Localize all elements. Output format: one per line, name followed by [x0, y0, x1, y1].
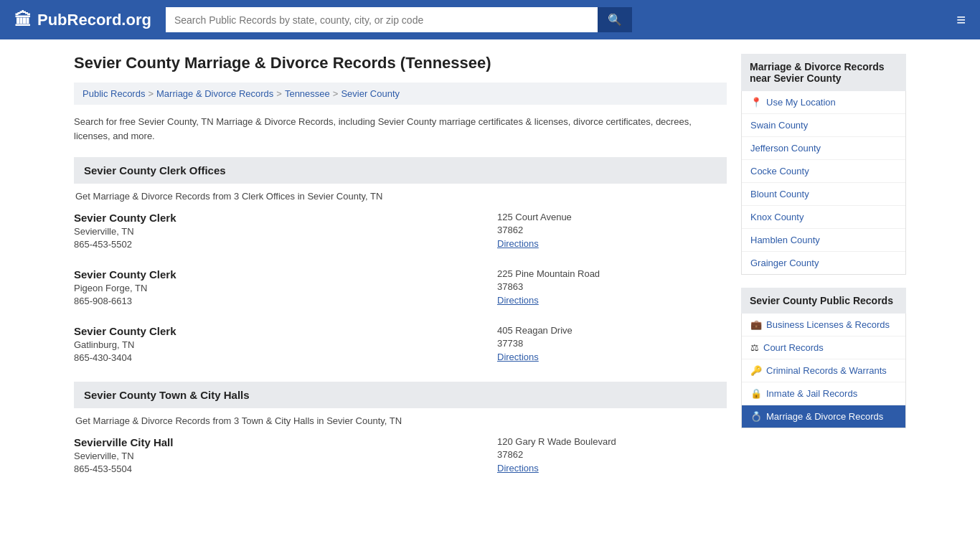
office-name-1: Sevier County Clerk — [74, 212, 497, 224]
site-logo[interactable]: 🏛 PubRecord.org — [14, 10, 151, 30]
page-description: Search for free Sevier County, TN Marria… — [74, 115, 727, 143]
office-right-1: 125 Court Avenue 37862 Directions — [497, 212, 727, 250]
office-left-1: Sevier County Clerk Sevierville, TN 865-… — [74, 212, 497, 250]
table-row: Sevier County Clerk Pigeon Forge, TN 865… — [74, 268, 727, 309]
sidebar-item-grainger[interactable]: Grainger County — [742, 252, 905, 274]
office-phone-3: 865-430-3404 — [74, 352, 497, 363]
breadcrumb-sep-3: > — [333, 88, 339, 99]
directions-link-1[interactable]: Directions — [497, 238, 539, 249]
office-zip-2: 37863 — [497, 281, 727, 292]
table-row: Sevierville City Hall Sevierville, TN 86… — [74, 436, 727, 477]
sidebar-item-inmate-records[interactable]: 🔒 Inmate & Jail Records — [742, 382, 905, 405]
sidebar-item-blount[interactable]: Blount County — [742, 183, 905, 206]
sidebar-item-label: Use My Location — [766, 97, 836, 108]
location-icon: 📍 — [750, 97, 762, 108]
content-area: Sevier County Marriage & Divorce Records… — [74, 54, 727, 493]
menu-icon[interactable]: ≡ — [956, 11, 966, 29]
office-right-3: 405 Reagan Drive 37738 Directions — [497, 325, 727, 363]
court-icon: ⚖ — [750, 342, 759, 353]
sidebar-item-jefferson[interactable]: Jefferson County — [742, 137, 905, 160]
city-hall-left-1: Sevierville City Hall Sevierville, TN 86… — [74, 436, 497, 474]
sidebar-public-records-header: Sevier County Public Records — [741, 288, 906, 314]
main-container: Sevier County Marriage & Divorce Records… — [60, 39, 920, 507]
sidebar-item-use-location[interactable]: 📍 Use My Location — [742, 91, 905, 114]
office-right-2: 225 Pine Mountain Road 37863 Directions — [497, 268, 727, 306]
site-header: 🏛 PubRecord.org 🔍 ≡ — [0, 0, 980, 39]
hamblen-county-link[interactable]: Hamblen County — [750, 235, 820, 245]
office-city-1: Sevierville, TN — [74, 226, 497, 237]
logo-icon: 🏛 — [14, 10, 32, 30]
page-title: Sevier County Marriage & Divorce Records… — [74, 54, 727, 72]
office-city-2: Pigeon Forge, TN — [74, 283, 497, 293]
office-name-2: Sevier County Clerk — [74, 268, 497, 281]
marriage-icon: 💍 — [750, 411, 762, 422]
grainger-county-link[interactable]: Grainger County — [750, 258, 819, 268]
criminal-icon: 🔑 — [750, 365, 762, 376]
search-button[interactable]: 🔍 — [598, 7, 632, 32]
inmate-records-link[interactable]: Inmate & Jail Records — [766, 388, 857, 399]
table-row: Sevier County Clerk Sevierville, TN 865-… — [74, 212, 727, 253]
breadcrumb-sep-1: > — [148, 88, 154, 99]
jail-icon: 🔒 — [750, 388, 762, 399]
office-zip-3: 37738 — [497, 338, 727, 349]
city-hall-address-1: 120 Gary R Wade Boulevard — [497, 436, 727, 447]
table-row: Sevier County Clerk Gatlinburg, TN 865-4… — [74, 325, 727, 366]
office-phone-1: 865-453-5502 — [74, 239, 497, 250]
swain-county-link[interactable]: Swain County — [750, 120, 808, 131]
city-hall-phone-1: 865-453-5504 — [74, 463, 497, 474]
office-left-3: Sevier County Clerk Gatlinburg, TN 865-4… — [74, 325, 497, 363]
office-address-3: 405 Reagan Drive — [497, 325, 727, 336]
breadcrumb-link-public-records[interactable]: Public Records — [83, 88, 145, 99]
sidebar-item-business-licenses[interactable]: 💼 Business Licenses & Records — [742, 314, 905, 336]
breadcrumb-link-tennessee[interactable]: Tennessee — [285, 88, 330, 99]
directions-link-2[interactable]: Directions — [497, 295, 539, 306]
search-input[interactable] — [166, 7, 598, 32]
criminal-records-link[interactable]: Criminal Records & Warrants — [766, 365, 887, 376]
office-name-3: Sevier County Clerk — [74, 325, 497, 337]
breadcrumb-link-sevier-county[interactable]: Sevier County — [341, 88, 400, 99]
office-left-2: Sevier County Clerk Pigeon Forge, TN 865… — [74, 268, 497, 306]
directions-link-3[interactable]: Directions — [497, 352, 539, 362]
city-hall-name-1: Sevierville City Hall — [74, 436, 497, 448]
office-zip-1: 37862 — [497, 225, 727, 235]
office-city-3: Gatlinburg, TN — [74, 339, 497, 350]
sidebar-nearby-header: Marriage & Divorce Records near Sevier C… — [741, 54, 906, 91]
sidebar-public-records-list: 💼 Business Licenses & Records ⚖ Court Re… — [741, 314, 906, 428]
court-records-link[interactable]: Court Records — [763, 342, 824, 353]
city-hall-zip-1: 37862 — [497, 449, 727, 460]
sidebar-nearby-list: 📍 Use My Location Swain County Jefferson… — [741, 91, 906, 275]
jefferson-county-link[interactable]: Jefferson County — [750, 143, 821, 154]
directions-link-city-hall-1[interactable]: Directions — [497, 463, 539, 474]
knox-county-link[interactable]: Knox County — [750, 212, 804, 222]
city-hall-right-1: 120 Gary R Wade Boulevard 37862 Directio… — [497, 436, 727, 474]
logo-text: PubRecord.org — [37, 11, 151, 29]
search-bar: 🔍 — [166, 7, 632, 32]
business-licenses-link[interactable]: Business Licenses & Records — [766, 319, 890, 330]
office-address-1: 125 Court Avenue — [497, 212, 727, 222]
sidebar-item-cocke[interactable]: Cocke County — [742, 160, 905, 183]
sidebar-item-knox[interactable]: Knox County — [742, 206, 905, 229]
business-icon: 💼 — [750, 319, 762, 330]
marriage-divorce-link[interactable]: Marriage & Divorce Records — [766, 411, 883, 422]
city-hall-section-header: Sevier County Town & City Halls — [74, 382, 727, 408]
clerk-section-header: Sevier County Clerk Offices — [74, 157, 727, 184]
sidebar-item-criminal-records[interactable]: 🔑 Criminal Records & Warrants — [742, 359, 905, 382]
sidebar-item-marriage-divorce[interactable]: 💍 Marriage & Divorce Records — [742, 405, 905, 428]
sidebar-item-court-records[interactable]: ⚖ Court Records — [742, 336, 905, 359]
sidebar: Marriage & Divorce Records near Sevier C… — [741, 54, 906, 493]
breadcrumb-link-marriage-divorce[interactable]: Marriage & Divorce Records — [156, 88, 273, 99]
office-phone-2: 865-908-6613 — [74, 296, 497, 306]
breadcrumb: Public Records > Marriage & Divorce Reco… — [74, 83, 727, 105]
city-hall-section-desc: Get Marriage & Divorce Records from 3 To… — [74, 415, 727, 426]
sidebar-item-swain[interactable]: Swain County — [742, 114, 905, 137]
cocke-county-link[interactable]: Cocke County — [750, 166, 809, 176]
blount-county-link[interactable]: Blount County — [750, 189, 809, 199]
clerk-section-desc: Get Marriage & Divorce Records from 3 Cl… — [74, 191, 727, 202]
city-hall-city-1: Sevierville, TN — [74, 451, 497, 461]
office-address-2: 225 Pine Mountain Road — [497, 268, 727, 279]
sidebar-item-hamblen[interactable]: Hamblen County — [742, 229, 905, 252]
breadcrumb-sep-2: > — [276, 88, 282, 99]
